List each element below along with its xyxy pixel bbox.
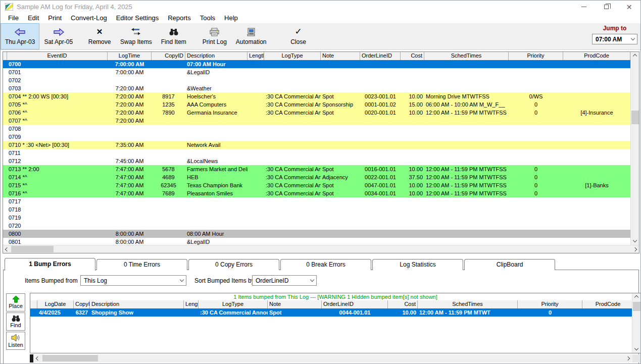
find-item-button[interactable]: Find Item — [157, 23, 191, 49]
chevron-down-icon — [631, 36, 635, 40]
log-row-cell-pri — [509, 133, 563, 141]
scrollbar-thumb[interactable] — [631, 111, 639, 124]
log-row[interactable]: 07007:00:00 AM07:00 AM Hour — [3, 60, 639, 68]
splitter-grip[interactable] — [30, 354, 33, 362]
scrollbar-thumb[interactable] — [11, 246, 54, 252]
items-bumped-from-label: Items Bumped from — [25, 277, 78, 284]
menu-print[interactable]: Print — [43, 13, 66, 23]
menu-reports[interactable]: Reports — [163, 13, 195, 23]
menu-help[interactable]: Help — [220, 13, 242, 23]
app-icon — [5, 3, 13, 11]
title-bar: Sample AM Log for Friday, April 4, 2025 … — [1, 1, 640, 13]
log-row[interactable]: 0714 *^7:47:00 AM4689HEB:30 CA Commercia… — [3, 173, 639, 181]
close-button[interactable]: ✓ Close — [282, 23, 315, 49]
tab-clipboard[interactable]: ClipBoard — [464, 259, 555, 270]
scroll-down-icon[interactable] — [632, 345, 640, 353]
column-header: CopyID — [152, 52, 185, 60]
log-row[interactable]: 0708 — [3, 125, 639, 133]
sort-bumped-items-select[interactable]: OrderLineID — [252, 275, 317, 286]
log-row[interactable]: 0710 * :30 <Net> [00:30]7:35:00 AMNetwor… — [3, 141, 639, 149]
log-row[interactable]: 0702 — [3, 76, 639, 84]
log-row-cell-sched — [424, 125, 509, 133]
log-row-cell-len — [248, 60, 264, 68]
scroll-left-icon[interactable] — [34, 354, 42, 362]
menu-tools[interactable]: Tools — [195, 13, 220, 23]
log-row-cell-note — [321, 133, 360, 141]
log-row-cell-pri — [509, 222, 563, 230]
chevron-down-icon — [180, 278, 184, 282]
swap-items-button[interactable]: Swap Items — [116, 23, 157, 49]
column-header: CopyID — [74, 300, 90, 308]
jump-to-select[interactable]: 07:00 AM — [592, 34, 637, 44]
log-row[interactable]: 07127:45:00 AM&LocalNews — [3, 157, 639, 165]
scroll-down-icon[interactable] — [631, 237, 639, 245]
log-row-cell-order — [360, 214, 401, 222]
log-row[interactable]: 0716 *^7:47:00 AM7689Pleasanton Smiles:3… — [3, 189, 639, 197]
row-gutter — [30, 308, 37, 317]
log-row[interactable]: 07017:00:00 AM&LegalID — [3, 68, 639, 76]
log-row-cell-desc — [185, 76, 248, 84]
log-row[interactable]: 0720 — [3, 222, 639, 230]
log-row[interactable]: 0711 — [3, 149, 639, 157]
log-row[interactable]: 07037:20:00 AM&Weather — [3, 84, 639, 92]
print-log-button[interactable]: Print Log — [198, 23, 231, 49]
tab-break-errors[interactable]: 0 Break Errors — [280, 259, 371, 270]
log-row-cell-copy — [152, 76, 185, 84]
scrollbar-thumb[interactable] — [42, 355, 98, 361]
scroll-right-icon[interactable] — [624, 354, 632, 362]
tab-copy-errors[interactable]: 0 Copy Errors — [188, 259, 279, 270]
menu-file[interactable]: File — [4, 13, 23, 23]
next-day-button[interactable]: Sat Apr-05 — [39, 23, 77, 49]
log-row-cell-note: Spot — [321, 92, 360, 100]
log-row[interactable]: 0715 *^7:47:00 AM62345Texas Champion Ban… — [3, 181, 639, 189]
prev-day-button[interactable]: Thu Apr-03 — [1, 23, 39, 49]
log-row[interactable]: 0707 *^7:20:00 AM — [3, 117, 639, 125]
menu-convert-log[interactable]: Convert-Log — [66, 13, 112, 23]
scroll-up-icon[interactable] — [632, 293, 640, 301]
log-grid-horizontal-scrollbar[interactable] — [3, 245, 639, 253]
tab-time-errors[interactable]: 0 Time Errors — [96, 259, 187, 270]
close-window-button[interactable]: ✕ — [618, 1, 640, 13]
log-row-cell-order — [360, 125, 401, 133]
log-row[interactable]: 0713 ** 2:007:47:00 AM5678Farmers Market… — [3, 165, 639, 173]
log-row-cell-time: 7:35:00 AM — [108, 141, 152, 149]
bump-grid-vertical-scrollbar[interactable] — [632, 293, 640, 353]
place-button[interactable]: Place — [6, 293, 25, 311]
tab-bump-errors[interactable]: 1 Bump Errors — [5, 258, 95, 271]
bump-grid-body: 4/4/20256327Shopping Show:30 CA Commerci… — [30, 308, 640, 317]
log-row-cell-type — [264, 84, 321, 92]
log-row[interactable]: 0719 — [3, 214, 639, 222]
row-gutter — [3, 149, 7, 157]
tab-log-statistics[interactable]: Log Statistics — [372, 259, 463, 270]
listen-button[interactable]: Listen — [6, 332, 25, 350]
log-row[interactable]: 0709 — [3, 133, 639, 141]
remove-button[interactable]: ✕ Remove — [83, 23, 116, 49]
bump-grid-horizontal-scrollbar[interactable] — [30, 354, 641, 362]
log-row-cell-time — [108, 205, 152, 214]
restore-button[interactable] — [595, 1, 618, 13]
find-button[interactable]: Find — [6, 313, 25, 331]
automation-button[interactable]: Automation — [231, 23, 271, 49]
scroll-up-icon[interactable] — [631, 52, 639, 60]
log-row[interactable]: 0706 *^7:20:00 AM7890Germania Insurance:… — [3, 109, 639, 117]
log-row-cell-type — [264, 133, 321, 141]
row-gutter — [3, 173, 7, 181]
menu-editor-settings[interactable]: Editor Settings — [112, 13, 164, 23]
log-row[interactable]: 0717 — [3, 197, 639, 205]
log-row-cell-sched: 12:00 AM - 11:59 PM MTWTFSS — [424, 109, 509, 117]
scroll-left-icon[interactable] — [3, 245, 11, 253]
log-row[interactable]: 0704 ** 2:00 WS [00:30]7:20:00 AM8917Hoe… — [3, 92, 639, 100]
log-row-cell-type — [264, 205, 321, 214]
log-row-cell-sched: 06:00 AM - 10:00 AM M_W_F__ — [424, 100, 509, 109]
items-bumped-from-select[interactable]: This Log — [80, 275, 186, 286]
bump-row[interactable]: 4/4/20256327Shopping Show:30 CA Commerci… — [30, 308, 640, 317]
scroll-right-icon[interactable] — [631, 245, 639, 253]
log-row[interactable]: 0705 *^7:20:00 AM1235AAA Computers:30 CA… — [3, 100, 639, 109]
log-row[interactable]: 0718 — [3, 205, 639, 214]
minimize-button[interactable] — [572, 1, 595, 13]
log-grid-vertical-scrollbar[interactable] — [630, 52, 639, 245]
menu-edit[interactable]: Edit — [23, 13, 43, 23]
log-row[interactable]: 08008:00:00 AM08:00 AM Hour — [3, 230, 639, 238]
scrollbar-thumb[interactable] — [633, 302, 640, 311]
log-row-cell-len — [248, 222, 264, 230]
